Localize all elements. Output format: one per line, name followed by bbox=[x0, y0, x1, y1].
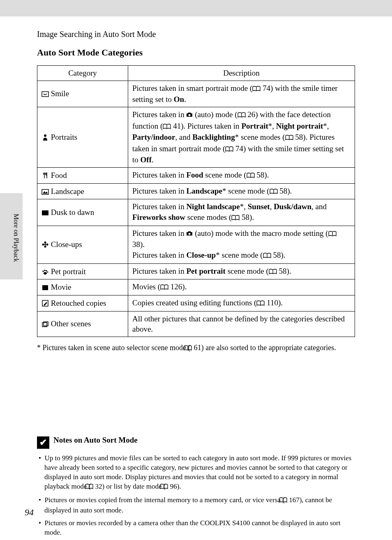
book-ref-icon bbox=[91, 483, 93, 492]
table-row: Pet portraitPictures taken in Pet portra… bbox=[37, 263, 355, 279]
description-cell: Pictures taken in (auto) mode ( 26) with… bbox=[128, 107, 355, 167]
svg-point-10 bbox=[189, 233, 191, 235]
book-ref-icon bbox=[247, 171, 255, 181]
page-number: 94 bbox=[25, 507, 34, 518]
table-row: LandscapePictures taken in Landscape* sc… bbox=[37, 183, 355, 199]
table-row: Dusk to dawnPictures taken in Night land… bbox=[37, 199, 355, 226]
svg-rect-16 bbox=[42, 286, 48, 289]
table-row: PortraitsPictures taken in (auto) mode (… bbox=[37, 107, 355, 167]
description-cell: Pictures taken in Food scene mode ( 58). bbox=[128, 168, 355, 184]
table-row: SmilePictures taken in smart portrait mo… bbox=[37, 81, 355, 107]
description-cell: All other pictures that cannot be define… bbox=[128, 311, 355, 337]
col-category: Category bbox=[37, 66, 128, 81]
svg-point-11 bbox=[44, 272, 47, 275]
svg-point-5 bbox=[44, 244, 46, 245]
description-cell: Pictures taken in (auto) mode with the m… bbox=[128, 226, 355, 263]
svg-point-15 bbox=[47, 271, 48, 272]
section-label: Image Searching in Auto Sort Mode bbox=[37, 30, 355, 39]
svg-rect-3 bbox=[42, 189, 48, 194]
note-bullet: • Pictures or movies copied from the int… bbox=[37, 496, 355, 515]
smile-icon bbox=[42, 88, 49, 99]
svg-point-13 bbox=[44, 270, 46, 271]
category-cell: Close-ups bbox=[37, 226, 128, 263]
col-description: Description bbox=[128, 66, 355, 81]
retouch-icon bbox=[42, 298, 49, 309]
book-ref-icon bbox=[263, 251, 271, 261]
book-ref-icon bbox=[256, 298, 265, 309]
book-ref-icon bbox=[285, 496, 287, 506]
table-row: Retouched copiesCopies created using edi… bbox=[37, 295, 355, 311]
caution-icon: ✔ bbox=[37, 436, 49, 449]
category-cell: Smile bbox=[37, 81, 128, 107]
description-cell: Pictures taken in Night landscape*, Suns… bbox=[128, 199, 355, 226]
category-cell: Portraits bbox=[37, 107, 128, 167]
side-tab-label: More on Playback bbox=[12, 214, 20, 262]
table-row: Close-upsPictures taken in (auto) mode w… bbox=[37, 226, 355, 263]
description-cell: Copies created using editing functions (… bbox=[128, 295, 355, 311]
svg-rect-4 bbox=[42, 210, 48, 215]
flower-icon bbox=[42, 239, 49, 250]
book-ref-icon bbox=[252, 84, 261, 95]
paw-icon bbox=[42, 266, 49, 277]
svg-rect-0 bbox=[42, 92, 48, 97]
mountain-icon bbox=[42, 186, 49, 197]
notes-heading: ✔Notes on Auto Sort Mode bbox=[37, 436, 355, 449]
book-ref-icon bbox=[238, 110, 246, 121]
book-ref-icon bbox=[225, 144, 233, 155]
book-ref-icon bbox=[160, 282, 168, 293]
film-icon bbox=[42, 282, 49, 293]
table-row: FoodPictures taken in Food scene mode ( … bbox=[37, 168, 355, 184]
note-bullet: • Up to 999 pictures and movie files can… bbox=[37, 454, 355, 492]
svg-point-8 bbox=[42, 244, 44, 246]
svg-point-6 bbox=[44, 242, 46, 244]
moon-icon bbox=[42, 207, 49, 218]
description-cell: Pictures taken in smart portrait mode ( … bbox=[128, 81, 355, 107]
person-icon bbox=[42, 132, 49, 143]
fork-icon bbox=[42, 170, 49, 181]
categories-table: Category Description SmilePictures taken… bbox=[37, 65, 355, 337]
book-ref-icon bbox=[269, 267, 277, 277]
description-cell: Movies ( 126). bbox=[128, 279, 355, 295]
book-ref-icon bbox=[270, 187, 278, 197]
svg-point-12 bbox=[42, 270, 44, 272]
camera-icon bbox=[186, 110, 193, 119]
book-ref-icon bbox=[285, 133, 293, 143]
footnote: * Pictures taken in scene auto selector … bbox=[37, 343, 355, 353]
book-ref-icon bbox=[231, 213, 240, 224]
book-ref-icon bbox=[163, 122, 171, 132]
category-cell: Pet portrait bbox=[37, 263, 128, 279]
book-ref-icon bbox=[328, 229, 337, 240]
page-title: Auto Sort Mode Categories bbox=[37, 47, 355, 58]
svg-point-9 bbox=[46, 244, 48, 246]
note-bullet: • Pictures or movies recorded by a camer… bbox=[37, 519, 355, 538]
description-cell: Pictures taken in Landscape* scene mode … bbox=[128, 183, 355, 199]
svg-point-14 bbox=[46, 270, 47, 272]
category-cell: Food bbox=[37, 168, 128, 184]
category-cell: Landscape bbox=[37, 183, 128, 199]
svg-rect-17 bbox=[42, 285, 48, 286]
svg-rect-18 bbox=[42, 289, 48, 290]
other-icon bbox=[42, 318, 49, 329]
category-cell: Movie bbox=[37, 279, 128, 295]
category-cell: Dusk to dawn bbox=[37, 199, 128, 226]
description-cell: Pictures taken in Pet portrait scene mod… bbox=[128, 263, 355, 279]
book-ref-icon bbox=[190, 344, 192, 353]
svg-point-7 bbox=[44, 246, 46, 248]
svg-point-2 bbox=[189, 114, 191, 116]
svg-point-1 bbox=[44, 134, 46, 137]
table-row: Other scenesAll other pictures that cann… bbox=[37, 311, 355, 337]
book-ref-icon bbox=[166, 483, 168, 492]
table-row: MovieMovies ( 126). bbox=[37, 279, 355, 295]
category-cell: Retouched copies bbox=[37, 295, 128, 311]
category-cell: Other scenes bbox=[37, 311, 128, 337]
camera-icon bbox=[186, 229, 193, 238]
